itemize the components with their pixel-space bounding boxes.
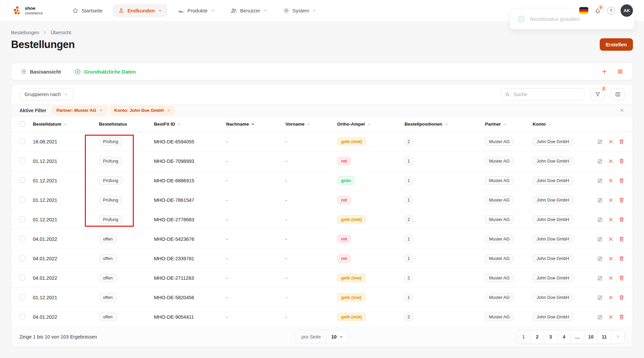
page-button[interactable]: … xyxy=(571,330,584,344)
page-button[interactable]: 3 xyxy=(544,330,557,344)
cancel-row-button[interactable] xyxy=(608,139,613,144)
nav-item-produkte[interactable]: Produkte xyxy=(173,4,220,17)
delete-row-button[interactable] xyxy=(619,217,625,223)
search-input[interactable] xyxy=(514,92,580,97)
clear-filters-button[interactable] xyxy=(620,108,625,113)
delete-row-button[interactable] xyxy=(619,178,625,184)
cancel-row-button[interactable] xyxy=(608,314,613,320)
delete-row-button[interactable] xyxy=(619,158,625,164)
user-avatar[interactable]: AK xyxy=(621,4,633,17)
konto-chip: John Doe GmbH xyxy=(533,157,573,165)
cancel-row-button[interactable] xyxy=(608,217,613,222)
top-navbar: shoe commerce Startseite Endkunden xyxy=(0,0,644,21)
remove-filter-icon[interactable] xyxy=(99,108,103,112)
row-checkbox[interactable] xyxy=(19,216,25,222)
edit-row-button[interactable] xyxy=(597,236,603,242)
row-checkbox[interactable] xyxy=(19,275,25,280)
delete-row-button[interactable] xyxy=(619,236,625,242)
nav-item-benutzer[interactable]: Benutzer xyxy=(225,4,273,17)
create-button[interactable]: Erstellen xyxy=(600,38,633,51)
column-header-bestellstatus[interactable]: Bestellstatus xyxy=(99,122,154,127)
cell-bestfit-id: MHO-DE-5423676 xyxy=(154,236,226,242)
column-header-ortho-ampel[interactable]: Ortho-Ampel xyxy=(337,122,405,127)
row-checkbox[interactable] xyxy=(19,294,25,300)
page-button[interactable]: 11 xyxy=(597,330,611,344)
nav-item-endkunden[interactable]: Endkunden xyxy=(113,4,167,17)
breadcrumb-item-uebersicht[interactable]: Übersicht xyxy=(51,30,71,35)
page-title: Bestellungen xyxy=(11,39,75,51)
row-checkbox[interactable] xyxy=(19,158,25,164)
edit-row-button[interactable] xyxy=(597,256,603,262)
group-by-button[interactable]: Gruppieren nach xyxy=(19,88,73,100)
row-checkbox[interactable] xyxy=(19,138,25,144)
delete-row-button[interactable] xyxy=(619,256,625,262)
delete-row-button[interactable] xyxy=(619,295,625,301)
delete-row-button[interactable] xyxy=(619,139,625,145)
cancel-row-button[interactable] xyxy=(608,236,613,242)
add-view-button[interactable] xyxy=(601,68,608,75)
active-filter-chip[interactable]: Konto: John Doe GmbH xyxy=(110,106,174,115)
edit-row-button[interactable] xyxy=(597,275,603,281)
cancel-row-button[interactable] xyxy=(608,275,613,281)
nav-item-system[interactable]: System xyxy=(278,4,322,17)
chevron-down-icon xyxy=(339,335,343,339)
edit-row-button[interactable] xyxy=(597,139,603,145)
row-checkbox[interactable] xyxy=(19,255,25,261)
page-button[interactable]: 2 xyxy=(530,330,544,344)
cell-vorname: - xyxy=(285,178,337,183)
cell-vorname: - xyxy=(285,217,337,222)
brand-logo[interactable]: shoe commerce xyxy=(13,6,43,15)
column-header-partner[interactable]: Partner xyxy=(485,122,533,127)
column-header-bestfit-id[interactable]: BestFit ID xyxy=(154,122,226,127)
edit-pencil-icon xyxy=(597,217,603,223)
language-flag-de[interactable] xyxy=(579,7,588,14)
next-page-button[interactable] xyxy=(611,330,624,344)
column-header-bestellpositionen[interactable]: Bestellpositionen xyxy=(405,122,485,127)
edit-row-button[interactable] xyxy=(597,158,603,164)
column-header-bestelldatum[interactable]: Bestelldatum xyxy=(33,122,99,127)
row-checkbox[interactable] xyxy=(19,236,25,241)
per-page-select[interactable]: pro Seite 10 xyxy=(296,330,348,344)
delete-row-button[interactable] xyxy=(619,275,625,281)
edit-row-button[interactable] xyxy=(597,314,603,320)
cancel-row-button[interactable] xyxy=(608,159,613,164)
cancel-row-button[interactable] xyxy=(608,256,613,261)
columns-button[interactable] xyxy=(611,88,625,100)
edit-row-button[interactable] xyxy=(597,295,603,301)
view-basisansicht[interactable]: Basisansicht xyxy=(20,69,61,75)
edit-row-button[interactable] xyxy=(597,178,603,184)
column-header-nachname[interactable]: Nachname xyxy=(226,122,285,127)
remove-filter-icon[interactable] xyxy=(167,108,170,112)
page-button[interactable]: 4 xyxy=(557,330,571,344)
active-filter-chip[interactable]: Partner: Muster AG xyxy=(52,106,107,115)
cancel-row-button[interactable] xyxy=(608,197,613,203)
view-grundsaetzliche-daten[interactable]: Grundsätzliche Daten xyxy=(74,69,136,75)
column-header-konto[interactable]: Konto xyxy=(533,122,588,127)
page-button[interactable]: 10 xyxy=(584,330,597,344)
edit-row-button[interactable] xyxy=(597,197,603,203)
cancel-row-button[interactable] xyxy=(608,178,613,183)
row-checkbox[interactable] xyxy=(19,197,25,203)
table-row: 04.01.2022 offen MHO-DE-2339781 - - rot … xyxy=(11,249,633,268)
row-checkbox[interactable] xyxy=(19,314,25,319)
partner-chip: Muster AG xyxy=(485,274,514,282)
delete-row-button[interactable] xyxy=(619,197,625,203)
help-button[interactable]: ? xyxy=(607,7,615,14)
delete-row-button[interactable] xyxy=(619,314,625,320)
cancel-row-button[interactable] xyxy=(608,295,613,300)
view-list-button[interactable] xyxy=(617,68,624,75)
select-all-checkbox[interactable] xyxy=(19,121,25,127)
edit-row-button[interactable] xyxy=(597,217,603,223)
notifications-button[interactable]: 0 xyxy=(594,7,601,14)
cell-vorname: - xyxy=(285,139,337,144)
column-header-vorname[interactable]: Vorname xyxy=(285,122,337,127)
nav-item-startseite[interactable]: Startseite xyxy=(67,4,108,17)
filter-button[interactable]: 2 xyxy=(591,88,604,100)
nav-label: Produkte xyxy=(187,8,208,13)
table-row: 04.01.2022 offen MHO-DE-2711283 - - gelb… xyxy=(11,268,633,288)
page-button[interactable]: 1 xyxy=(517,330,530,344)
cell-bestfit-id: MHO-DE-2778683 xyxy=(154,217,226,222)
breadcrumb-item-bestellungen[interactable]: Bestellungen xyxy=(11,30,39,35)
row-checkbox[interactable] xyxy=(19,177,25,183)
positions-chip: 2 xyxy=(405,313,413,321)
